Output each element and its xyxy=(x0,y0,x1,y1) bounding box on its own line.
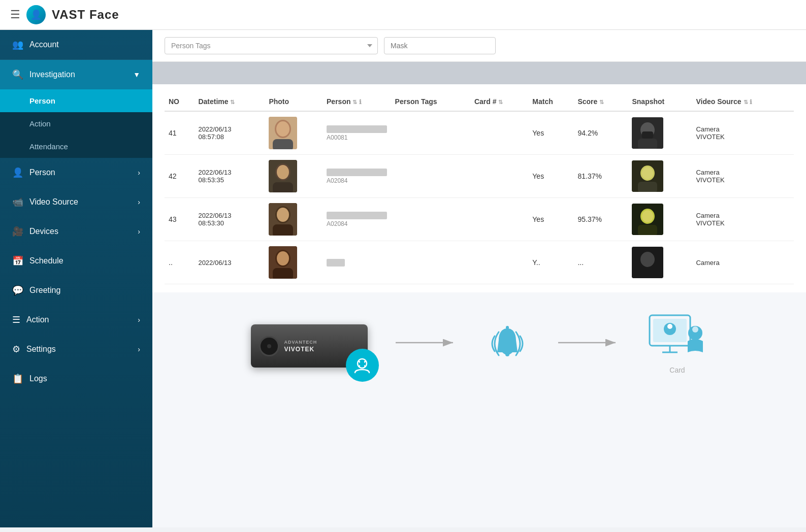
row-snapshot xyxy=(628,198,692,241)
gray-bar xyxy=(152,62,806,84)
row-snapshot xyxy=(628,241,692,284)
row-person-tags xyxy=(391,155,470,198)
row-photo xyxy=(265,241,323,284)
row-score: 94.2% xyxy=(573,111,628,155)
main-content: Person Tags NO Datetime ⇅ Photo Person ⇅… xyxy=(152,30,806,527)
sidebar-item-video-source[interactable]: 📹 Video Source › xyxy=(0,187,152,217)
row-no: 41 xyxy=(165,111,194,155)
sidebar-settings-label: Settings xyxy=(26,345,56,354)
monitor-person-illustration: Card xyxy=(647,313,708,374)
row-score: ... xyxy=(573,241,628,284)
sidebar-greeting-label: Greeting xyxy=(29,286,60,295)
svg-point-10 xyxy=(277,165,289,179)
table-row: 41 2022/06/1308:57:08 xyxy=(165,111,794,155)
score-sort-icon: ⇅ xyxy=(599,99,604,105)
row-snapshot xyxy=(628,155,692,198)
sidebar-item-action[interactable]: ☰ Action › xyxy=(0,305,152,335)
col-match: Match xyxy=(528,92,573,111)
col-person-tags: Person Tags xyxy=(391,92,470,111)
logo-circle: 👤 xyxy=(26,5,46,24)
person-info-icon[interactable]: ℹ xyxy=(359,98,362,106)
settings-arrow: › xyxy=(138,345,140,353)
col-photo: Photo xyxy=(265,92,323,111)
sidebar-sub-person[interactable]: Person xyxy=(0,89,152,112)
device-illustration: ADVANTECH VIVOTEK xyxy=(251,324,368,368)
table-row: 43 2022/06/1308:53:30 xyxy=(165,198,794,241)
sidebar-action-label: Action xyxy=(26,315,49,324)
row-photo xyxy=(265,155,323,198)
card-sort-icon: ⇅ xyxy=(498,99,503,105)
row-person-tags xyxy=(391,198,470,241)
devices-arrow: › xyxy=(138,227,140,236)
action-arrow: › xyxy=(138,316,140,324)
row-card xyxy=(470,241,528,284)
video-source-arrow: › xyxy=(138,198,140,206)
svg-rect-14 xyxy=(638,182,657,192)
sidebar-item-account[interactable]: 👥 Account xyxy=(0,30,152,60)
table-container: NO Datetime ⇅ Photo Person ⇅ ℹ Person Ta… xyxy=(152,84,806,292)
col-person[interactable]: Person ⇅ ℹ xyxy=(323,92,391,111)
sidebar-item-investigation[interactable]: 🔍 Investigation ▼ xyxy=(0,60,152,89)
sidebar-sub-action[interactable]: Action xyxy=(0,112,152,135)
schedule-icon: 📅 xyxy=(12,255,23,267)
data-table: NO Datetime ⇅ Photo Person ⇅ ℹ Person Ta… xyxy=(165,92,794,284)
svg-rect-22 xyxy=(638,225,657,235)
sidebar-video-source-label: Video Source xyxy=(29,197,78,207)
logs-icon: 📋 xyxy=(12,373,23,384)
arrow-2 xyxy=(556,335,622,352)
svg-rect-7 xyxy=(642,131,653,139)
sidebar-item-greeting[interactable]: 💬 Greeting xyxy=(0,276,152,305)
app-title: VAST Face xyxy=(52,8,119,22)
sidebar-item-person[interactable]: 👤 Person › xyxy=(0,158,152,187)
col-no: NO xyxy=(165,92,194,111)
row-person-tags xyxy=(391,241,470,284)
col-video-source[interactable]: Video Source ⇅ ℹ xyxy=(692,92,794,111)
sidebar-item-schedule[interactable]: 📅 Schedule xyxy=(0,246,152,276)
devices-icon: 🎥 xyxy=(12,226,23,237)
svg-point-26 xyxy=(277,251,289,265)
row-no: 43 xyxy=(165,198,194,241)
row-person: ███ A02084 xyxy=(323,198,391,241)
row-card xyxy=(470,198,528,241)
table-row: 42 2022/06/1308:53:35 xyxy=(165,155,794,198)
svg-rect-34 xyxy=(506,326,509,329)
face-recognition-icon xyxy=(352,356,372,375)
row-video-source: CameraVIVOTEK xyxy=(692,198,794,241)
device-brand-v: VIVOTEK xyxy=(284,346,317,353)
row-person: ███ A00081 xyxy=(323,111,391,155)
settings-icon: ⚙ xyxy=(12,344,20,355)
row-match: Y.. xyxy=(528,241,573,284)
sidebar-sub-attendance[interactable]: Attendance xyxy=(0,135,152,158)
svg-rect-2 xyxy=(273,139,293,149)
row-datetime: 2022/06/1308:57:08 xyxy=(194,111,265,155)
investigation-arrow: ▼ xyxy=(133,71,140,79)
col-score[interactable]: Score ⇅ xyxy=(573,92,628,111)
row-no: 42 xyxy=(165,155,194,198)
col-card[interactable]: Card # ⇅ xyxy=(470,92,528,111)
svg-point-3 xyxy=(276,121,289,137)
video-info-icon[interactable]: ℹ xyxy=(750,98,752,106)
svg-rect-19 xyxy=(273,224,293,236)
arrow-1 xyxy=(393,335,459,352)
col-datetime[interactable]: Datetime ⇅ xyxy=(194,92,265,111)
action-icon: ☰ xyxy=(12,314,20,325)
menu-icon[interactable]: ☰ xyxy=(10,8,20,21)
row-score: 81.37% xyxy=(573,155,628,198)
table-row: .. 2022/06/13 xyxy=(165,241,794,284)
row-match: Yes xyxy=(528,111,573,155)
video-sort-icon: ⇅ xyxy=(744,99,748,105)
person-arrow: › xyxy=(138,169,140,177)
sidebar-account-label: Account xyxy=(29,40,59,49)
row-video-source: CameraVIVOTEK xyxy=(692,155,794,198)
sidebar-item-logs[interactable]: 📋 Logs xyxy=(0,364,152,393)
person-tags-select[interactable]: Person Tags xyxy=(165,37,378,54)
row-card xyxy=(470,155,528,198)
person-sort-icon: ⇅ xyxy=(352,99,357,105)
row-datetime: 2022/06/1308:53:30 xyxy=(194,198,265,241)
row-person: ███ A02084 xyxy=(323,155,391,198)
sidebar-item-devices[interactable]: 🎥 Devices › xyxy=(0,217,152,246)
sidebar-item-settings[interactable]: ⚙ Settings › xyxy=(0,335,152,364)
row-no: .. xyxy=(165,241,194,284)
mask-input[interactable] xyxy=(384,37,496,54)
row-video-source: Camera xyxy=(692,241,794,284)
